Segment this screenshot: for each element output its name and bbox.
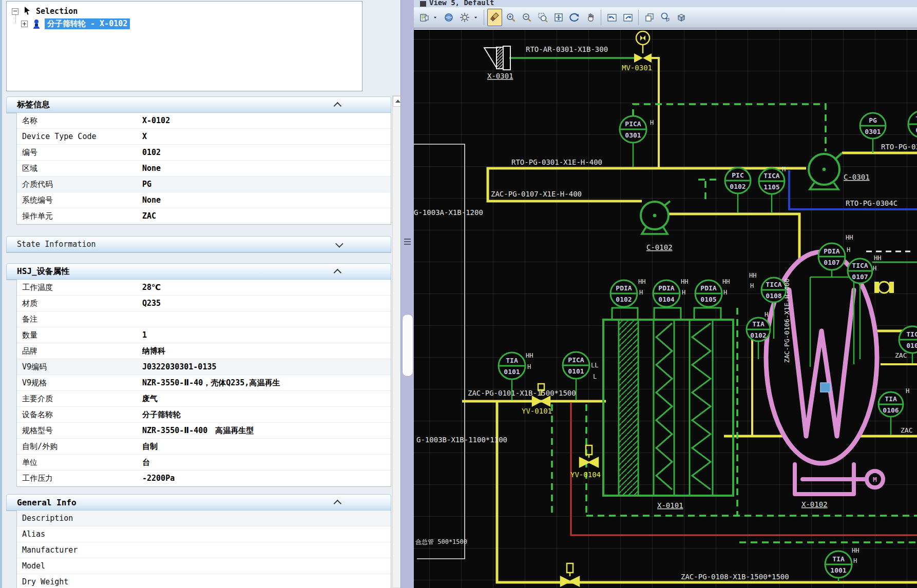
diagram-label: RTO-PG-0304C xyxy=(846,199,897,207)
view-next-icon[interactable] xyxy=(620,9,635,26)
render-mode-icon[interactable] xyxy=(441,9,456,26)
property-row[interactable]: Description xyxy=(17,511,391,526)
section-title: HSJ_设备属性 xyxy=(17,266,70,277)
section-header-hsj-props[interactable]: HSJ_设备属性 xyxy=(6,263,391,280)
property-row[interactable]: 工作温度28℃ xyxy=(17,280,391,296)
property-row[interactable]: Manufacturer xyxy=(17,542,391,558)
view-panel: View 5, Default xyxy=(414,0,917,588)
instrument-bubble-pic-0102[interactable]: PIC0102 xyxy=(725,168,751,193)
instrument-bubble-tica-0108[interactable]: TICA0108 xyxy=(761,278,786,302)
select-paint-icon[interactable] xyxy=(487,9,502,26)
property-row[interactable]: V9编码J0322030301-0135 xyxy=(17,359,391,375)
property-row[interactable]: 品牌纳博科 xyxy=(17,343,391,359)
dropdown-arrow-icon[interactable] xyxy=(473,9,481,26)
property-row[interactable]: 系统编号None xyxy=(17,192,391,208)
instrument-bubble-pica-0101[interactable]: PICA0101 xyxy=(563,352,589,379)
diagram-label: LL xyxy=(591,362,598,369)
section-header-tag-info[interactable]: 标签信息 xyxy=(6,96,391,113)
property-row[interactable]: 名称X-0102 xyxy=(17,113,391,129)
property-row[interactable]: 数量1 xyxy=(17,327,391,343)
toolbar-separator xyxy=(484,10,484,25)
property-row[interactable]: 材质Q235 xyxy=(17,296,391,311)
view-previous-icon[interactable] xyxy=(604,9,619,26)
property-value: 1 xyxy=(142,330,389,340)
bubble-text: 0107 xyxy=(852,273,868,281)
zoom-extents-icon[interactable] xyxy=(551,9,566,26)
properties-panel: Selection 分子筛转轮 - X-0102 标签信息名称X-0102Dev… xyxy=(0,0,403,588)
property-row[interactable]: 备注 xyxy=(17,311,391,327)
orbit-icon[interactable] xyxy=(567,9,582,26)
instrument-bubble-tia-0102[interactable]: TIA0102 xyxy=(747,318,770,341)
view-titlebar: View 5, Default xyxy=(414,0,917,7)
property-row[interactable]: 自制/外购自制 xyxy=(17,439,391,455)
chevron-up-icon[interactable] xyxy=(334,102,342,110)
chevron-up-icon[interactable] xyxy=(334,268,342,277)
selection-handle[interactable] xyxy=(820,383,830,392)
diagram-label: ZAC xyxy=(895,351,907,359)
instrument-bubble-tia-0101[interactable]: TIA0101 xyxy=(499,352,525,379)
instrument-bubble-pica-0301[interactable]: PICA0301 xyxy=(620,116,646,143)
lighting-icon[interactable] xyxy=(457,9,472,26)
zoom-window-icon[interactable] xyxy=(535,9,550,26)
pid-canvas[interactable]: M PICA0301PG0301TIC030PIC0102TICA1105PDI… xyxy=(414,30,917,588)
find-in-model-icon[interactable] xyxy=(658,9,673,26)
diagram-label: X-0102 xyxy=(801,500,828,508)
property-row[interactable]: Device Type CodeX xyxy=(17,129,391,145)
bubble-text: 010 xyxy=(906,342,917,349)
diagram-label: H xyxy=(906,387,909,395)
property-row[interactable]: 编号0102 xyxy=(17,145,391,161)
property-row[interactable]: 区域None xyxy=(17,161,391,177)
instrument-bubble-pdia-0104[interactable]: PDIA0104 xyxy=(653,280,680,307)
property-row[interactable]: 主要介质废气 xyxy=(17,391,391,407)
view-scrollbar-thumb[interactable] xyxy=(402,314,413,377)
property-row[interactable]: 工作压力-2200Pa xyxy=(17,471,391,486)
zoom-in-icon[interactable] xyxy=(503,9,518,26)
property-row[interactable]: Model xyxy=(17,558,391,574)
property-label: Manufacturer xyxy=(22,545,141,555)
instrument-bubble-tia-0106[interactable]: TIA0106 xyxy=(878,392,903,417)
splitter-grip-icon[interactable] xyxy=(404,237,411,247)
bubble-text: PDIA xyxy=(824,247,839,255)
property-label: V9编码 xyxy=(22,362,141,372)
property-row[interactable]: 介质代码PG xyxy=(17,177,391,192)
property-row[interactable]: Alias xyxy=(17,526,391,542)
section-tag-info: 标签信息名称X-0102Device Type CodeX编号0102区域Non… xyxy=(6,96,391,225)
instrument-bubble-pdia-0102[interactable]: PDIA0102 xyxy=(610,280,637,307)
property-value: NZR-3550-Ⅱ-400 高温再生型 xyxy=(142,426,389,436)
section-header-state-info[interactable]: State Information xyxy=(6,236,391,252)
bubble-text: 1105 xyxy=(763,183,779,191)
instrument-bubble-pdia-0107[interactable]: PDIA0107 xyxy=(818,243,845,270)
chevron-down-icon[interactable] xyxy=(335,240,343,248)
property-value: 自制 xyxy=(142,442,389,452)
instrument-bubble-pdia-0105[interactable]: PDIA0105 xyxy=(695,280,722,307)
instrument-bubble-tica-0107[interactable]: TICA0107 xyxy=(848,259,872,283)
diagram-label: HH xyxy=(749,272,756,279)
model-browser-icon[interactable] xyxy=(674,9,689,26)
panel-splitter[interactable] xyxy=(400,0,414,588)
instrument-bubble-tica-1105[interactable]: TICA1105 xyxy=(759,168,785,194)
instrument-bubble-tia-1001[interactable]: TIA1001 xyxy=(825,551,852,578)
property-row[interactable]: 设备名称分子筛转轮 xyxy=(17,407,391,423)
diagram-label: H xyxy=(527,363,531,370)
property-sections: 标签信息名称X-0102Device Type CodeX编号0102区域Non… xyxy=(2,0,403,588)
section-header-general-info[interactable]: General Info xyxy=(6,494,391,511)
property-row[interactable]: V9规格NZR-3550-Ⅱ-40，壳体Q235,高温再生 xyxy=(17,375,391,391)
diagram-label: HH xyxy=(722,278,730,285)
diagram-label: ZAC-PG-0101-X1B-1500*1500 xyxy=(468,389,576,397)
property-row[interactable]: Dry Weight xyxy=(17,574,391,588)
zoom-out-icon[interactable] xyxy=(519,9,534,26)
property-row[interactable]: 规格型号NZR-3550-Ⅱ-400 高温再生型 xyxy=(17,423,391,439)
layers-icon[interactable] xyxy=(416,9,431,26)
viewports-icon[interactable] xyxy=(642,9,657,26)
property-row[interactable]: 单位台 xyxy=(17,455,391,471)
property-row[interactable]: 操作单元ZAC xyxy=(17,208,391,224)
dropdown-arrow-icon[interactable] xyxy=(432,9,440,26)
property-label: 操作单元 xyxy=(22,211,141,221)
property-value: 废气 xyxy=(142,394,389,404)
pan-icon[interactable] xyxy=(583,9,598,26)
pid-diagram[interactable]: M PICA0301PG0301TIC030PIC0102TICA1105PDI… xyxy=(414,30,917,588)
property-table: DescriptionAliasManufacturerModelDry Wei… xyxy=(16,511,391,588)
instrument-bubble-pg-0301[interactable]: PG0301 xyxy=(860,113,886,139)
diagram-label: H xyxy=(853,557,857,564)
chevron-up-icon[interactable] xyxy=(334,499,342,507)
